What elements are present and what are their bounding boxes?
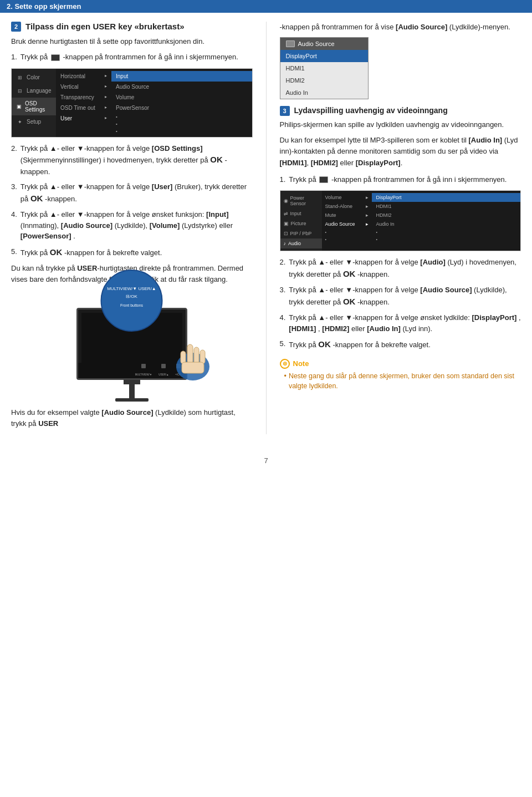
right-step-4: 4. Trykk på ▲- eller ▼-knappen for å vel… — [280, 312, 521, 334]
osd-r-picture: ▣ Picture — [280, 219, 322, 229]
osd-mid-user: User▸ — [56, 113, 111, 124]
step-3-ok: OK — [30, 194, 43, 203]
svg-rect-9 — [182, 362, 204, 373]
osd-sidebar-osd-settings: ▣ OSD Settings — [12, 98, 56, 115]
osd-r-mid-dot1: • — [322, 229, 372, 236]
right-step-5: 5. Trykk på OK -knappen for å bekrefte v… — [280, 338, 521, 351]
left-step-2: 2. Trykk på ▲- eller ▼-knappen for å vel… — [11, 143, 253, 177]
powersensor-icon: ◉ — [284, 198, 288, 204]
left-step-5: 5. Trykk på OK -knappen for å bekrefte v… — [11, 246, 253, 259]
monitor-illustration: MULTIVIEW/▼ USER/▲ ⊟/OK Front buttons — [11, 291, 253, 402]
left-step-1: 1. Trykk på -knappen på frontrammen for … — [11, 52, 253, 63]
displayport-bracket: [DisplayPort] — [356, 159, 401, 167]
osd-r-mid-audiosource: Audio Source▸ — [322, 220, 372, 229]
speech-bubble-svg: MULTIVIEW/▼ USER/▲ ⊟/OK Front buttons — [100, 269, 163, 333]
right-column: -knappen på frontrammen for å vise [Audi… — [280, 22, 521, 434]
hdmi1-bracket: [HDMI1] — [280, 159, 307, 167]
osd-mid-transparency: Transparency▸ — [56, 92, 111, 103]
right-step-1: 1. Trykk på -knappen på frontrammen for … — [280, 174, 521, 185]
setup-icon: ✦ — [16, 118, 24, 126]
multiview-btn-group: MULTIVIEW/▼ — [135, 364, 152, 377]
right-step-5-num: 5. — [280, 338, 286, 351]
osd-r-right: DisplayPort HDMI1 HDMI2 Audio In • • — [372, 191, 521, 251]
user-btn-group: USER/▲ — [158, 364, 168, 377]
step-3-bracket: [User] — [152, 182, 173, 191]
osd-r-right-displayport: DisplayPort — [372, 193, 521, 202]
right-step-1-num: 1. — [280, 174, 286, 185]
multiview-label: MULTIVIEW/▼ — [135, 373, 152, 376]
intro-text: Bruk denne hurtigtasten til å sette opp … — [11, 36, 253, 47]
osd-mid-vertical: Vertical▸ — [56, 82, 111, 92]
right-step-2-ok: OK — [343, 269, 356, 278]
step-4-text: Trykk på ▲- eller ▼-knappen for å velge … — [21, 209, 253, 242]
step-1-text: Trykk på -knappen på frontrammen for å g… — [21, 52, 238, 63]
osd-r-pip: ⊡ PIP / PbP — [280, 229, 322, 238]
osd-r-sidebar: ◉ Power Sensor ⇌ Input ▣ Picture ⊡ PIP /… — [280, 191, 322, 251]
step-4-bracket3: [Volume] — [150, 221, 180, 230]
step-3-text: Trykk på ▲- eller ▼-knappen for å velge … — [21, 181, 253, 205]
language-icon: ⊟ — [16, 87, 24, 95]
step-3-num: 3. — [11, 181, 17, 205]
right-step-5-ok: OK — [318, 339, 331, 349]
page-number: 7 — [0, 451, 532, 474]
step-2-num: 2. — [11, 143, 17, 177]
main-heading: Tilpass din egen USER key «brukertast» — [25, 22, 185, 31]
osd-r-right-dot1: • — [372, 229, 521, 236]
osd-sidebar-language: ⊟ Language — [12, 84, 56, 98]
osd-icon: ▣ — [16, 103, 22, 110]
osd-right-dot1: • — [111, 113, 252, 120]
right-steps: 1. Trykk på -knappen på frontrammen for … — [280, 174, 521, 351]
osd-r-audio: ♪ Audio — [280, 238, 322, 248]
osd-r-mid-dot2: • — [322, 236, 372, 243]
osd-menu-left: ⊞ Color ⊟ Language ▣ OSD Settings ✦ Setu… — [11, 68, 253, 138]
front-button-icon-2 — [319, 176, 328, 183]
osd-r-right-hdmi2: HDMI2 — [372, 211, 521, 220]
step-5-num: 5. — [11, 246, 17, 259]
hand-pointer-svg — [168, 333, 218, 383]
svg-text:⊟/OK: ⊟/OK — [126, 294, 137, 299]
step-2-bracket: [OSD Settings] — [152, 144, 203, 153]
audiosource-bracket-2: [Audio Source] — [420, 286, 472, 294]
osd-r-mid-mute: Mute▸ — [322, 211, 372, 220]
audio-option-hdmi2: HDMI2 — [280, 74, 368, 87]
osd-r-mid-standalone: Stand-Alone▸ — [322, 202, 372, 211]
audio-source-title: Audio Source — [298, 40, 335, 47]
audioin-bracket-2: [Audio In] — [367, 324, 401, 333]
svg-rect-6 — [194, 347, 199, 364]
osd-r-input: ⇌ Input — [280, 209, 322, 219]
osd-right-dot3: • — [111, 128, 252, 135]
audio-option-displayport: DisplayPort — [280, 50, 368, 62]
front-button-icon-1 — [51, 54, 60, 61]
left-step-3: 3. Trykk på ▲- eller ▼-knappen for å vel… — [11, 181, 253, 205]
pip-icon: ⊡ — [284, 231, 288, 236]
step-1-num: 1. — [11, 52, 17, 63]
monitor-wrapper: MULTIVIEW/▼ USER/▲ ⊟/OK Front buttons — [76, 275, 187, 402]
section-header: 2. Sette opp skjermen — [0, 0, 532, 13]
right-step-3-num: 3. — [280, 285, 286, 308]
step-2-ok: OK — [210, 155, 223, 164]
osd-middle-left: Horizontal▸ Vertical▸ Transparency▸ OSD … — [56, 69, 111, 137]
svg-text:MULTIVIEW/▼  USER/▲: MULTIVIEW/▼ USER/▲ — [107, 286, 156, 291]
monitor-stand-mid — [129, 384, 135, 398]
audio-in-bracket: [Audio In] — [469, 136, 503, 144]
step-4-bracket4: [PowerSensor] — [21, 232, 71, 240]
audio-bracket: [Audio] — [420, 258, 445, 266]
audio-option-audioin: Audio In — [280, 87, 368, 99]
step-5-ok: OK — [50, 247, 63, 257]
osd-sidebar-left: ⊞ Color ⊟ Language ▣ OSD Settings ✦ Setu… — [12, 69, 56, 137]
user-symbol-1: USER — [77, 264, 97, 272]
step-5-text: Trykk på OK -knappen for å bekrefte valg… — [21, 246, 162, 259]
right-step-3: 3. Trykk på ▲- eller ▼-knappen for å vel… — [280, 285, 521, 308]
osd-r-mid-volume: Volume▸ — [322, 193, 372, 202]
user-symbol-2: USER — [38, 419, 58, 428]
right-step-2-text: Trykk på ▲- eller ▼-knappen for å velge … — [289, 257, 521, 280]
osd-r-right-dot2: • — [372, 236, 521, 243]
column-divider — [266, 22, 267, 434]
hand-pointer-container — [168, 333, 218, 385]
step-2-text: Trykk på ▲- eller ▼-knappen for å velge … — [21, 143, 253, 177]
osd-r-right-audioin: Audio In — [372, 220, 521, 229]
note-text: Neste gang du slår på denne skjermen, br… — [284, 371, 521, 392]
audio-source-menu-icon — [286, 40, 295, 47]
section-3-para1: Philips-skjermen kan spille av lydkilden… — [280, 119, 521, 130]
svg-rect-5 — [187, 344, 193, 364]
